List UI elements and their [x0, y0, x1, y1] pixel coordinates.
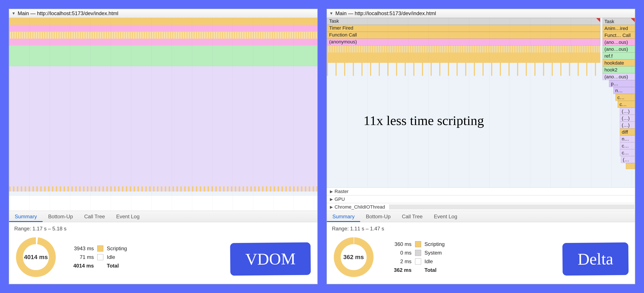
legend-row: 360 ms Scripting [386, 240, 445, 249]
tabs-left: Summary Bottom-Up Call Tree Event Log [9, 211, 317, 222]
badge-delta: Delta [562, 243, 629, 276]
donut-left: 4014 ms [14, 236, 58, 279]
legend-right: 360 ms Scripting 0 ms System 2 ms Idle [386, 240, 445, 275]
donut-right: 362 ms [332, 236, 375, 279]
swatch-idle [97, 254, 103, 260]
legend-row: 71 ms Idle [68, 253, 127, 262]
comparison-row: ▼ Main — http://localhost:5173/dev/index… [9, 9, 635, 284]
track-label: Raster [335, 189, 349, 194]
panel-vdom: ▼ Main — http://localhost:5173/dev/index… [9, 9, 318, 284]
tab-event-log[interactable]: Event Log [428, 211, 463, 222]
chevron-right-icon: ▶ [330, 197, 333, 202]
track-raster[interactable]: ▶ Raster [327, 187, 635, 195]
legend-row-total: 362 ms Total [386, 266, 445, 275]
track-childio[interactable]: ▶ Chrome_ChildIOThread [327, 203, 635, 211]
track-label: Chrome_ChildIOThread [335, 204, 385, 210]
track-gpu[interactable]: ▶ GPU [327, 195, 635, 203]
legend-row: 2 ms Idle [386, 257, 445, 266]
tab-summary[interactable]: Summary [9, 211, 42, 222]
legend-left: 3943 ms Scripting 71 ms Idle 4014 ms Tot… [68, 244, 127, 270]
thread-header-right[interactable]: ▼ Main — http://localhost:5173/dev/index… [327, 9, 635, 18]
chevron-right-icon: ▶ [330, 189, 333, 194]
track-ticks [390, 205, 634, 209]
flame-chart-right[interactable]: Task Timer Fired Function Call (anonymou… [327, 18, 635, 187]
legend-row: 0 ms System [386, 249, 445, 257]
thread-title: Main — http://localhost:5173/dev/index.h… [18, 10, 118, 16]
swatch-system [415, 250, 421, 256]
swatch-idle [415, 259, 421, 265]
legend-row-total: 4014 ms Total [68, 262, 127, 270]
flame-chart-left[interactable] [9, 18, 317, 211]
badge-vdom: VDOM [230, 242, 311, 276]
tab-summary[interactable]: Summary [327, 211, 360, 222]
tab-call-tree[interactable]: Call Tree [396, 211, 428, 222]
summary-left: Range: 1.17 s – 5.18 s 4014 ms 3943 ms S… [9, 222, 317, 284]
donut-center: 362 ms [332, 236, 375, 279]
donut-center: 4014 ms [14, 236, 58, 279]
tab-event-log[interactable]: Event Log [110, 211, 145, 222]
range-label: Range: 1.17 s – 5.18 s [14, 226, 312, 232]
panel-delta: ▼ Main — http://localhost:5173/dev/index… [326, 9, 636, 284]
tab-call-tree[interactable]: Call Tree [78, 211, 110, 222]
tab-bottom-up[interactable]: Bottom-Up [42, 211, 79, 222]
thread-title: Main — http://localhost:5173/dev/index.h… [335, 10, 436, 16]
thread-header-left[interactable]: ▼ Main — http://localhost:5173/dev/index… [9, 9, 317, 18]
tabs-right: Summary Bottom-Up Call Tree Event Log [327, 211, 635, 222]
chevron-down-icon: ▼ [330, 11, 333, 16]
chevron-right-icon: ▶ [330, 205, 333, 209]
summary-right: Range: 1.11 s – 1.47 s 362 ms 360 ms Scr… [327, 222, 635, 284]
track-label: GPU [335, 197, 345, 202]
range-label: Range: 1.11 s – 1.47 s [332, 226, 630, 232]
tab-bottom-up[interactable]: Bottom-Up [360, 211, 396, 222]
chevron-down-icon: ▼ [12, 11, 16, 16]
swatch-scripting [415, 241, 421, 247]
swatch-scripting [97, 246, 103, 252]
legend-row: 3943 ms Scripting [68, 244, 127, 253]
